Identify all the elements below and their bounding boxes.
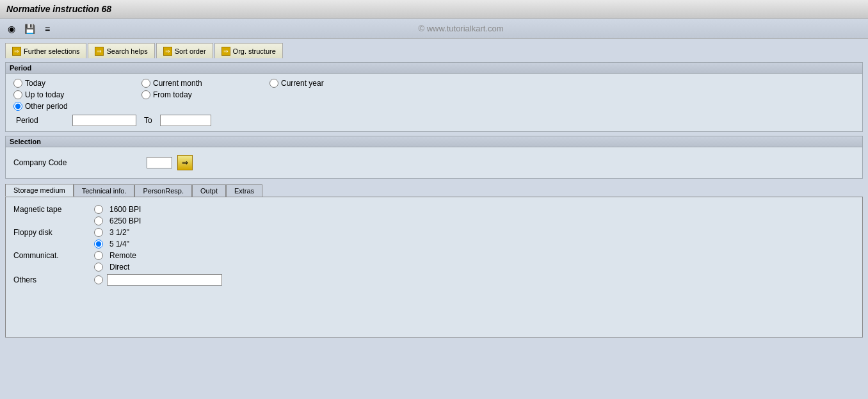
tabs-section: Storage medium Technical info. PersonRes… <box>5 184 863 338</box>
storage-row-floppy1: Floppy disk 3 1/2" <box>13 228 855 237</box>
floppy2-radio[interactable] <box>94 240 103 248</box>
comm1-radio[interactable] <box>94 251 103 260</box>
storage-row-comm1: Communicat. Remote <box>13 251 855 260</box>
navigate-icon[interactable]: ◉ <box>5 22 18 35</box>
tab-further-selections[interactable]: ⇒ Further selections <box>5 43 86 58</box>
tab-bar: ⇒ Further selections ⇒ Search helps ⇒ So… <box>0 39 868 58</box>
to-label: To <box>144 116 152 125</box>
mag1-value: 1600 BPI <box>109 205 141 214</box>
comm2-value: Direct <box>109 263 129 272</box>
period-to-input[interactable] <box>160 115 211 126</box>
mag2-value: 6250 BPI <box>109 216 141 225</box>
selection-header: Selection <box>6 136 862 147</box>
tab-sort-order-label: Sort order <box>175 47 206 55</box>
tab-technical-info[interactable]: Technical info. <box>74 184 135 197</box>
floppy2-value: 5 1/4" <box>109 240 129 248</box>
current-month-row: Current month <box>141 79 269 88</box>
arrow-icon-search: ⇒ <box>95 47 104 56</box>
page-title: Normative instruction 68 <box>6 4 111 14</box>
comm2-radio[interactable] <box>94 263 103 272</box>
period-body: Today Current month Current year Up to t… <box>6 74 862 131</box>
period-field-label: Period <box>16 116 67 125</box>
selection-body: Company Code ⇒ <box>6 147 862 178</box>
arrow-icon-further: ⇒ <box>12 47 21 56</box>
current-year-row: Current year <box>269 79 398 88</box>
other-period-row: Other period <box>13 102 141 111</box>
storage-row-comm2: Direct <box>13 263 855 272</box>
floppy1-value: 3 1/2" <box>109 228 129 237</box>
from-today-label: From today <box>153 90 192 99</box>
current-year-radio[interactable] <box>269 79 278 88</box>
save-icon[interactable]: 💾 <box>23 22 36 35</box>
period-fields: Period To <box>13 115 855 126</box>
storage-row-mag1: Magnetic tape 1600 BPI <box>13 205 855 214</box>
local-layout-icon[interactable]: ≡ <box>41 22 54 35</box>
tab-content-storage-medium: Magnetic tape 1600 BPI 6250 BPI Floppy d… <box>5 197 863 338</box>
others-radio[interactable] <box>94 275 103 284</box>
company-code-row: Company Code ⇒ <box>13 152 855 173</box>
storage-row-others: Others <box>13 274 855 286</box>
tab-further-selections-label: Further selections <box>24 47 79 55</box>
arrow-icon-org: ⇒ <box>221 47 230 56</box>
watermark: © www.tutorialkart.com <box>59 24 863 33</box>
up-to-today-row: Up to today <box>13 90 141 99</box>
period-header: Period <box>6 63 862 74</box>
floppy1-radio[interactable] <box>94 228 103 237</box>
today-row: Today <box>13 79 141 88</box>
period-options: Today Current month Current year Up to t… <box>13 79 855 111</box>
arrow-icon-sort: ⇒ <box>163 47 172 56</box>
company-code-input[interactable] <box>147 157 172 168</box>
sub-tab-bar: Storage medium Technical info. PersonRes… <box>5 184 863 197</box>
others-input[interactable] <box>107 274 222 286</box>
tab-person-resp[interactable]: PersonResp. <box>134 184 192 197</box>
up-to-today-radio[interactable] <box>13 90 22 99</box>
current-month-label: Current month <box>153 79 202 88</box>
tab-org-structure-label: Org. structure <box>233 47 276 55</box>
current-month-radio[interactable] <box>141 79 150 88</box>
mag2-radio[interactable] <box>94 216 103 225</box>
other-period-radio[interactable] <box>13 102 22 111</box>
others-label: Others <box>13 275 90 284</box>
today-label: Today <box>25 79 45 88</box>
mag1-radio[interactable] <box>94 205 103 214</box>
other-period-label: Other period <box>25 102 68 111</box>
tab-org-structure[interactable]: ⇒ Org. structure <box>214 43 283 58</box>
period-from-input[interactable] <box>72 115 136 126</box>
main-content: Period Today Current month Current year … <box>0 58 868 341</box>
company-code-select-button[interactable]: ⇒ <box>177 155 193 170</box>
from-today-row: From today <box>141 90 269 99</box>
comm-label: Communicat. <box>13 251 90 260</box>
storage-row-mag2: 6250 BPI <box>13 216 855 225</box>
tab-storage-medium[interactable]: Storage medium <box>5 184 74 197</box>
comm1-value: Remote <box>109 251 136 260</box>
storage-row-floppy2: 5 1/4" <box>13 240 855 248</box>
current-year-label: Current year <box>281 79 324 88</box>
mag-tape-label: Magnetic tape <box>13 205 90 214</box>
tab-search-helps[interactable]: ⇒ Search helps <box>88 43 154 58</box>
from-today-radio[interactable] <box>141 90 150 99</box>
tab-extras[interactable]: Extras <box>226 184 262 197</box>
tab-outpt[interactable]: Outpt <box>192 184 226 197</box>
title-bar: Normative instruction 68 <box>0 0 868 19</box>
floppy-label: Floppy disk <box>13 228 90 237</box>
company-code-label: Company Code <box>13 158 141 167</box>
today-radio[interactable] <box>13 79 22 88</box>
period-section: Period Today Current month Current year … <box>5 62 863 132</box>
toolbar: ◉ 💾 ≡ © www.tutorialkart.com <box>0 19 868 39</box>
tab-sort-order[interactable]: ⇒ Sort order <box>156 43 213 58</box>
selection-section: Selection Company Code ⇒ <box>5 136 863 179</box>
tab-search-helps-label: Search helps <box>106 47 147 55</box>
up-to-today-label: Up to today <box>25 90 64 99</box>
